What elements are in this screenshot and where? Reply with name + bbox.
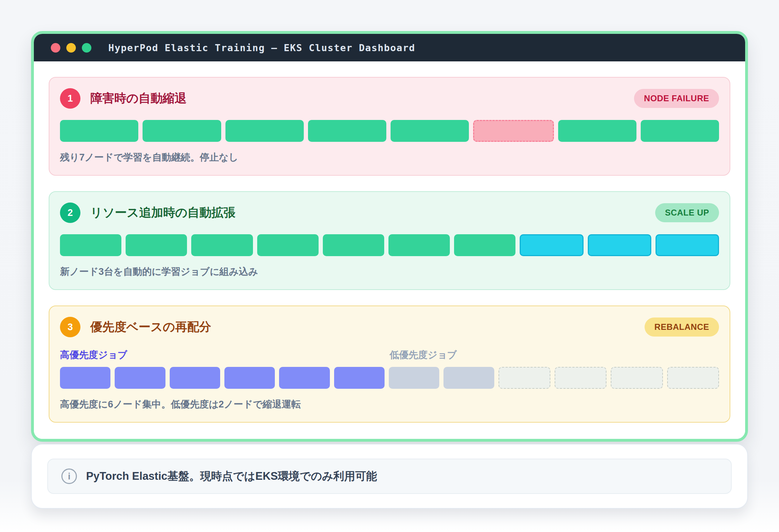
panel-node-failure: 1 障害時の自動縮退 NODE FAILURE 残り7ノードで学習を自動継続。停… <box>49 77 730 176</box>
panel-title: 障害時の自動縮退 <box>90 90 187 107</box>
panel-caption: 新ノード3台を自動的に学習ジョブに組み込み <box>60 265 719 278</box>
node-block-high <box>115 367 165 389</box>
step-number-badge: 3 <box>60 317 80 337</box>
node-block-active <box>323 234 384 256</box>
panel-header-left: 1 障害時の自動縮退 <box>60 88 187 109</box>
step-number-badge: 2 <box>60 202 80 223</box>
status-badge: NODE FAILURE <box>634 89 719 108</box>
node-block-active <box>558 120 636 142</box>
node-block-empty <box>555 367 606 389</box>
window-controls <box>51 43 91 53</box>
footer-info-card: i PyTorch Elastic基盤。現時点ではEKS環境でのみ利用可能 <box>31 444 748 509</box>
maximize-icon[interactable] <box>82 43 91 53</box>
panel-header-left: 2 リソース追加時の自動拡張 <box>60 202 235 223</box>
step-number-badge: 1 <box>60 88 80 109</box>
node-block-low <box>389 367 439 389</box>
node-block-new <box>520 234 583 256</box>
node-block-active <box>60 234 121 256</box>
node-block-high <box>224 367 275 389</box>
node-block-active <box>454 234 515 256</box>
node-block-active <box>391 120 469 142</box>
low-priority-label: 低優先度ジョブ <box>390 349 719 361</box>
node-block-active <box>388 234 450 256</box>
dashboard-content: 1 障害時の自動縮退 NODE FAILURE 残り7ノードで学習を自動継続。停… <box>34 61 745 439</box>
node-block-new <box>656 234 719 256</box>
info-icon: i <box>61 468 77 484</box>
window-title: HyperPod Elastic Training — EKS Cluster … <box>108 42 415 53</box>
high-priority-label: 高優先度ジョブ <box>60 349 390 361</box>
node-block-active <box>60 120 138 142</box>
app-window: HyperPod Elastic Training — EKS Cluster … <box>31 31 748 442</box>
panel-header: 1 障害時の自動縮退 NODE FAILURE <box>60 88 719 109</box>
node-block-active <box>126 234 187 256</box>
footer-info-inner: i PyTorch Elastic基盤。現時点ではEKS環境でのみ利用可能 <box>47 459 732 494</box>
panel-header: 3 優先度ベースの再配分 REBALANCE <box>60 317 719 337</box>
node-block-empty <box>667 367 719 389</box>
node-block-high <box>170 367 220 389</box>
node-block-high <box>60 367 110 389</box>
node-row <box>60 234 719 256</box>
node-block-active <box>191 234 253 256</box>
panel-scale-up: 2 リソース追加時の自動拡張 SCALE UP 新ノード3台を自動的に学習ジョブ… <box>49 191 730 290</box>
node-block-active <box>641 120 719 142</box>
node-block-high <box>279 367 330 389</box>
panel-rebalance: 3 優先度ベースの再配分 REBALANCE 高優先度ジョブ 低優先度ジョブ 高… <box>49 306 730 423</box>
node-block-empty <box>611 367 663 389</box>
panel-header: 2 リソース追加時の自動拡張 SCALE UP <box>60 202 719 223</box>
panel-caption: 高優先度に6ノード集中。低優先度は2ノードで縮退運転 <box>60 398 719 411</box>
node-block-failed <box>473 120 554 142</box>
panel-caption: 残り7ノードで学習を自動継続。停止なし <box>60 151 719 164</box>
panel-header-left: 3 優先度ベースの再配分 <box>60 317 211 337</box>
node-block-high <box>334 367 385 389</box>
node-block-active <box>308 120 386 142</box>
status-badge: REBALANCE <box>645 318 719 337</box>
node-row <box>60 367 719 389</box>
panel-title: リソース追加時の自動拡張 <box>90 205 235 221</box>
status-badge: SCALE UP <box>655 203 719 222</box>
node-row <box>60 120 719 142</box>
node-block-empty <box>499 367 550 389</box>
panel-title: 優先度ベースの再配分 <box>90 319 211 335</box>
close-icon[interactable] <box>51 43 60 53</box>
minimize-icon[interactable] <box>66 43 76 53</box>
job-group-labels: 高優先度ジョブ 低優先度ジョブ <box>60 349 719 361</box>
node-block-new <box>588 234 651 256</box>
node-block-active <box>257 234 319 256</box>
footer-text: PyTorch Elastic基盤。現時点ではEKS環境でのみ利用可能 <box>86 469 377 484</box>
titlebar: HyperPod Elastic Training — EKS Cluster … <box>34 34 745 61</box>
node-block-active <box>225 120 304 142</box>
node-block-low <box>443 367 494 389</box>
node-block-active <box>143 120 221 142</box>
